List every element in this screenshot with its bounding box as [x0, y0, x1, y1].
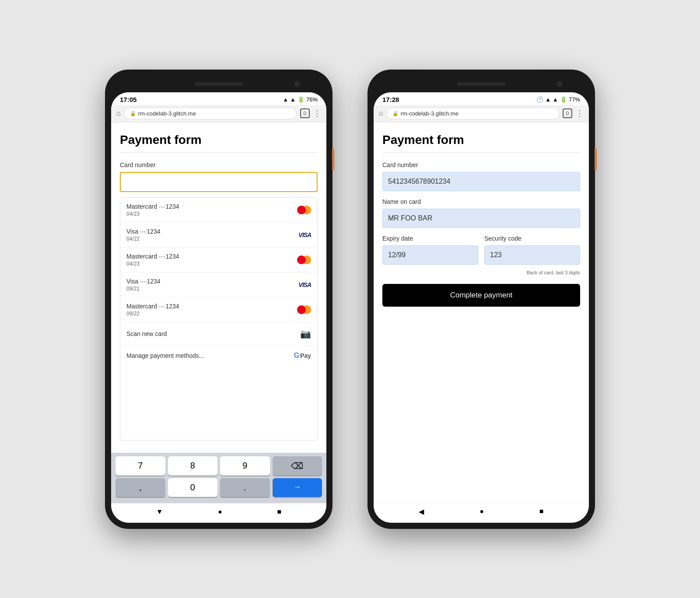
card-4-expiry: 09/21 — [126, 286, 161, 292]
time-right: 17:28 — [382, 96, 399, 103]
speaker — [195, 82, 243, 86]
card-4-info: Visa ····1234 09/21 — [126, 278, 161, 292]
status-icons: ▲ ▲ 🔋 76% — [283, 96, 318, 103]
autofill-card-1[interactable]: Mastercard ····1234 04/23 — [120, 198, 317, 223]
mastercard-icon-3 — [297, 305, 311, 314]
battery-icon: 🔋 — [298, 96, 304, 103]
key-next[interactable]: → — [273, 478, 322, 497]
address-bar[interactable]: 🔒 rm-codelab-3.glitch.me — [124, 108, 297, 119]
side-bar — [332, 148, 334, 170]
status-icons-right: 🕐 ▲ ▲ 🔋 77% — [536, 96, 580, 103]
right-phone-screen: 17:28 🕐 ▲ ▲ 🔋 77% ⌂ 🔒 rm-codelab-3.glitc… — [374, 92, 589, 523]
gpay-pay: Pay — [300, 352, 311, 359]
autofill-dropdown: Mastercard ····1234 04/23 Visa ····1234 … — [120, 197, 318, 441]
status-bar-right: 17:28 🕐 ▲ ▲ 🔋 77% — [374, 92, 589, 105]
security-helper: Back of card, last 3 digits — [484, 270, 580, 275]
tab-switcher-right[interactable]: D — [563, 108, 572, 118]
address-bar-right[interactable]: 🔒 rm-codelab-3.glitch.me — [387, 108, 559, 119]
camera — [294, 81, 300, 87]
keyboard-row-1: 7 8 9 ⌫ — [116, 456, 322, 476]
visa-icon-2: VISA — [298, 281, 311, 288]
key-9[interactable]: 9 — [220, 456, 270, 476]
back-nav-button[interactable]: ▼ — [156, 508, 163, 516]
expiry-filled[interactable]: 12/99 — [382, 245, 478, 265]
lock-icon: 🔒 — [130, 111, 136, 116]
visa-icon: VISA — [298, 231, 311, 238]
right-phone: 17:28 🕐 ▲ ▲ 🔋 77% ⌂ 🔒 rm-codelab-3.glitc… — [368, 70, 595, 529]
card-5-info: Mastercard ····1234 09/22 — [126, 303, 179, 317]
manage-label: Manage payment methods... — [126, 352, 204, 359]
scan-label: Scan new card — [126, 330, 167, 337]
security-label: Security code — [484, 235, 580, 242]
signal-icon: ▲ — [290, 96, 296, 103]
gpay-badge: G Pay — [294, 352, 311, 360]
menu-icon-right[interactable]: ⋮ — [576, 109, 584, 117]
security-col: Security code 123 Back of card, last 3 d… — [484, 235, 580, 275]
keyboard-row-2: , 0 . → — [116, 478, 322, 497]
key-7[interactable]: 7 — [116, 456, 165, 476]
recents-nav-button-right[interactable]: ■ — [539, 507, 544, 515]
back-nav-button-right[interactable]: ◀ — [419, 507, 424, 516]
browser-actions-right: D ⋮ — [563, 108, 584, 118]
right-page-content: Payment form Card number 541234567890123… — [374, 122, 589, 503]
url-text-right: rm-codelab-3.glitch.me — [401, 110, 458, 117]
card-2-expiry: 04/22 — [126, 236, 161, 242]
gpay-g: G — [294, 352, 299, 360]
status-bar: 17:05 ▲ ▲ 🔋 76% — [111, 92, 326, 105]
left-page-content: Payment form Card number Mastercard ····… — [111, 122, 326, 453]
key-backspace[interactable]: ⌫ — [273, 456, 322, 476]
autofill-card-4[interactable]: Visa ····1234 09/21 VISA — [120, 273, 317, 297]
mastercard-icon-2 — [297, 255, 311, 264]
card-2-info: Visa ····1234 04/22 — [126, 228, 161, 242]
card-3-name: Mastercard ····1234 — [126, 253, 179, 260]
key-comma[interactable]: , — [116, 478, 165, 497]
card-3-info: Mastercard ····1234 04/23 — [126, 253, 179, 267]
card-4-name: Visa ····1234 — [126, 278, 161, 285]
wifi-icon-right: ▲ — [545, 96, 551, 103]
key-8[interactable]: 8 — [168, 456, 218, 476]
page-title: Payment form — [120, 133, 318, 147]
bottom-nav-right: ◀ ● ■ — [374, 503, 589, 523]
card-number-input[interactable] — [120, 172, 318, 192]
battery-percent-right: 77% — [569, 96, 580, 103]
key-0[interactable]: 0 — [168, 478, 218, 497]
autofill-card-3[interactable]: Mastercard ····1234 04/23 — [120, 248, 317, 273]
card-number-filled[interactable]: 5412345678901234 — [382, 172, 580, 191]
time: 17:05 — [120, 96, 136, 103]
autofill-card-2[interactable]: Visa ····1234 04/22 VISA — [120, 223, 317, 248]
key-period[interactable]: . — [220, 478, 270, 497]
page-title-right: Payment form — [382, 133, 580, 147]
expiry-security-row: Expiry date 12/99 Security code 123 Back… — [382, 235, 580, 275]
wifi-icon: ▲ — [283, 96, 288, 103]
browser-bar: ⌂ 🔒 rm-codelab-3.glitch.me D ⋮ — [111, 105, 326, 122]
menu-icon[interactable]: ⋮ — [313, 109, 321, 117]
home-icon[interactable]: ⌂ — [116, 109, 121, 117]
left-phone: 17:05 ▲ ▲ 🔋 76% ⌂ 🔒 rm-codelab-3.glitch.… — [105, 70, 332, 529]
phone-top-bar — [111, 76, 326, 92]
bottom-nav: ▼ ● ■ — [111, 503, 326, 523]
recents-nav-button[interactable]: ■ — [277, 508, 282, 516]
security-filled[interactable]: 123 — [484, 245, 580, 265]
card-5-expiry: 09/22 — [126, 311, 179, 317]
card-1-expiry: 04/23 — [126, 211, 179, 217]
card-2-name: Visa ····1234 — [126, 228, 161, 235]
keyboard: 7 8 9 ⌫ , 0 . → — [111, 453, 326, 503]
mastercard-icon — [297, 206, 311, 214]
speaker-right — [457, 82, 505, 86]
name-filled[interactable]: MR FOO BAR — [382, 209, 580, 228]
left-phone-screen: 17:05 ▲ ▲ 🔋 76% ⌂ 🔒 rm-codelab-3.glitch.… — [111, 92, 326, 523]
tab-switcher[interactable]: D — [300, 108, 310, 118]
divider — [120, 152, 318, 153]
manage-payment-item[interactable]: Manage payment methods... G Pay — [120, 346, 317, 366]
home-nav-button-right[interactable]: ● — [480, 507, 484, 515]
home-icon-right[interactable]: ⌂ — [379, 109, 383, 117]
side-bar-right — [595, 148, 597, 170]
complete-payment-button[interactable]: Complete payment — [382, 284, 580, 307]
battery-icon-right: 🔋 — [560, 96, 567, 103]
url-text: rm-codelab-3.glitch.me — [138, 110, 196, 117]
phone-top-bar-right — [374, 76, 589, 92]
autofill-card-5[interactable]: Mastercard ····1234 09/22 — [120, 297, 317, 322]
home-nav-button[interactable]: ● — [218, 508, 222, 516]
scan-card-item[interactable]: Scan new card 📷 — [120, 322, 317, 346]
camera-right — [556, 81, 563, 87]
